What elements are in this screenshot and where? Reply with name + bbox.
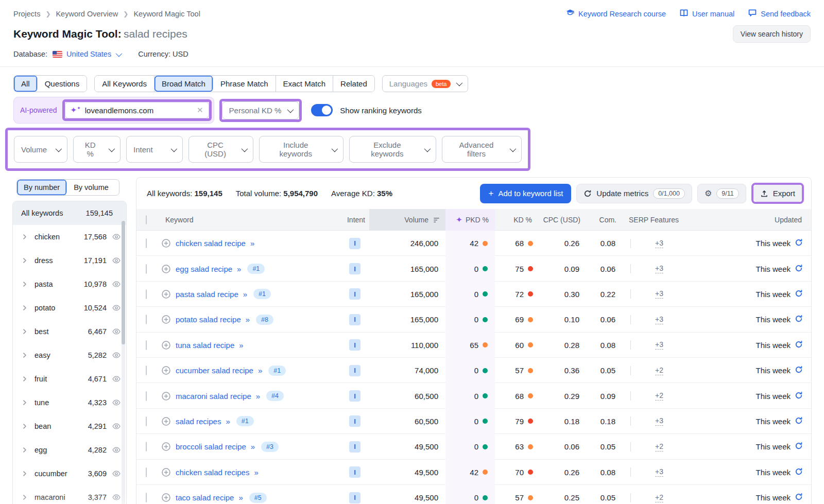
filter-dropdown-include-keywords[interactable]: Include keywords (259, 136, 344, 163)
row-checkbox[interactable] (146, 340, 147, 350)
sidebar-item-all-keywords[interactable]: All keywords 159,145 (13, 201, 126, 225)
intent-badge[interactable]: I (349, 263, 360, 274)
col-header-com[interactable]: Com. (586, 216, 622, 224)
refresh-row-icon[interactable] (795, 493, 803, 502)
tab-phrase-match[interactable]: Phrase Match (213, 76, 276, 92)
domain-search-input[interactable] (85, 106, 193, 115)
row-checkbox[interactable] (146, 315, 147, 324)
sidebar-scrollbar-thumb[interactable] (122, 221, 125, 344)
col-header-volume[interactable]: Volume (369, 209, 445, 231)
refresh-row-icon[interactable] (795, 442, 803, 451)
hide-group-eye-icon[interactable] (112, 232, 121, 241)
plus-circle-icon[interactable] (161, 416, 171, 426)
open-keyword-icon[interactable]: » (256, 392, 260, 401)
domain-search-field[interactable]: ✦✦ ✕ (65, 102, 209, 118)
expand-group-icon[interactable] (21, 423, 28, 430)
intent-badge[interactable]: I (349, 492, 360, 503)
top-link-keyword-research-course[interactable]: Keyword Research course (565, 8, 666, 19)
open-keyword-icon[interactable]: » (254, 468, 258, 477)
update-metrics-button[interactable]: Update metrics 0/1,000 (576, 184, 692, 203)
intent-badge[interactable]: I (349, 339, 360, 351)
open-keyword-icon[interactable]: » (243, 290, 247, 299)
keyword-link[interactable]: broccoli salad recipe (176, 442, 246, 451)
sidebar-group-bean[interactable]: bean4,291 (13, 414, 126, 438)
expand-group-icon[interactable] (21, 470, 28, 477)
top-link-user-manual[interactable]: User manual (679, 8, 734, 19)
sidebar-group-egg[interactable]: egg4,282 (13, 438, 126, 462)
keyword-link[interactable]: cucumber salad recipe (176, 366, 253, 375)
intent-badge[interactable]: I (349, 288, 360, 300)
row-checkbox[interactable] (146, 289, 147, 299)
col-header-cpc[interactable]: CPC (USD) (538, 216, 586, 224)
export-button[interactable]: Export (753, 185, 802, 202)
hide-group-eye-icon[interactable] (112, 256, 121, 265)
hide-group-eye-icon[interactable] (112, 493, 121, 502)
plus-circle-icon[interactable] (161, 442, 171, 451)
top-link-send-feedback[interactable]: Send feedback (748, 8, 811, 19)
open-keyword-icon[interactable]: » (250, 239, 254, 248)
keyword-link[interactable]: pasta salad recipe (176, 290, 238, 299)
hide-group-eye-icon[interactable] (112, 469, 121, 478)
row-checkbox[interactable] (146, 442, 147, 451)
serp-more-count[interactable]: +3 (655, 239, 663, 248)
sidebar-group-tune[interactable]: tune4,323 (13, 391, 126, 414)
col-header-keyword[interactable]: Keyword (161, 216, 340, 224)
filter-dropdown-kd-[interactable]: KD % (73, 136, 121, 163)
plus-circle-icon[interactable] (161, 289, 171, 299)
row-checkbox[interactable] (146, 366, 147, 375)
add-to-keyword-list-button[interactable]: + Add to keyword list (480, 184, 571, 203)
keyword-link[interactable]: egg salad recipe (176, 265, 232, 273)
sidebar-group-easy[interactable]: easy5,282 (13, 343, 126, 367)
filter-dropdown-advanced-filters[interactable]: Advanced filters (442, 136, 522, 163)
intent-badge[interactable]: I (349, 466, 360, 478)
hide-group-eye-icon[interactable] (112, 445, 121, 455)
sort-option-by-number[interactable]: By number (17, 180, 67, 195)
sidebar-group-chicken[interactable]: chicken17,568 (13, 225, 126, 249)
expand-group-icon[interactable] (21, 304, 28, 311)
refresh-row-icon[interactable] (795, 289, 803, 299)
row-checkbox[interactable] (146, 467, 147, 477)
serp-more-count[interactable]: +2 (655, 366, 663, 375)
expand-group-icon[interactable] (21, 233, 28, 240)
keyword-link[interactable]: macaroni salad recipe (176, 392, 251, 401)
row-checkbox[interactable] (146, 238, 147, 248)
breadcrumb-item[interactable]: Keyword Magic Tool (133, 10, 200, 18)
intent-badge[interactable]: I (349, 441, 360, 453)
filter-dropdown-intent[interactable]: Intent (126, 136, 183, 163)
keyword-link[interactable]: tuna salad recipe (176, 341, 234, 350)
sidebar-group-dress[interactable]: dress17,191 (13, 249, 126, 272)
hide-group-eye-icon[interactable] (112, 422, 121, 431)
open-keyword-icon[interactable]: » (226, 417, 229, 426)
serp-more-count[interactable]: +3 (655, 315, 663, 324)
row-checkbox[interactable] (146, 264, 147, 274)
refresh-row-icon[interactable] (795, 467, 803, 477)
open-keyword-icon[interactable]: » (258, 366, 262, 375)
hide-group-eye-icon[interactable] (112, 351, 121, 360)
view-search-history-button[interactable]: View search history (733, 25, 811, 43)
keyword-link[interactable]: chicken salad recipes (176, 468, 249, 477)
plus-circle-icon[interactable] (161, 264, 171, 274)
col-header-pkd[interactable]: ✦ PKD % (445, 209, 495, 231)
sidebar-group-fruit[interactable]: fruit4,671 (13, 367, 126, 391)
tab-related[interactable]: Related (333, 76, 374, 92)
breadcrumb-item[interactable]: Keyword Overview (56, 10, 118, 18)
row-checkbox[interactable] (146, 493, 147, 502)
sidebar-group-macaroni[interactable]: macaroni3,377 (13, 485, 126, 504)
tab-exact-match[interactable]: Exact Match (276, 76, 334, 92)
personal-kd-dropdown[interactable]: Personal KD % (222, 101, 300, 119)
columns-settings-button[interactable]: ⚙ 9/11 (697, 184, 746, 203)
keyword-link[interactable]: taco salad recipe (176, 493, 234, 502)
select-all-checkbox[interactable] (146, 215, 147, 224)
show-ranking-keywords-toggle[interactable] (311, 104, 333, 116)
breadcrumb-item[interactable]: Projects (13, 10, 40, 18)
row-checkbox[interactable] (146, 391, 147, 401)
row-checkbox[interactable] (146, 416, 147, 426)
plus-circle-icon[interactable] (161, 315, 171, 324)
serp-more-count[interactable]: +3 (655, 340, 663, 350)
refresh-row-icon[interactable] (795, 238, 803, 248)
filter-dropdown-cpc-usd-[interactable]: CPC (USD) (188, 136, 253, 163)
sidebar-group-pasta[interactable]: pasta10,978 (13, 272, 126, 296)
keyword-link[interactable]: chicken salad recipe (176, 239, 246, 248)
refresh-row-icon[interactable] (795, 366, 803, 375)
open-keyword-icon[interactable]: » (237, 265, 241, 273)
